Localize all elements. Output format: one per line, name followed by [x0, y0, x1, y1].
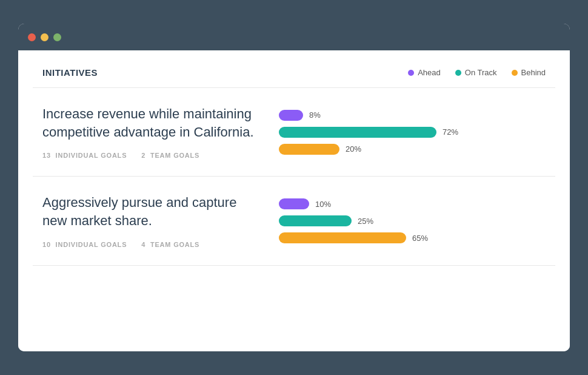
initiative-1-text: Increase revenue while maintaining compe… [42, 105, 255, 159]
bar-row-ontrack-2: 25% [279, 215, 546, 226]
ahead-dot [408, 70, 414, 76]
ontrack-dot [455, 70, 461, 76]
legend-ahead: Ahead [408, 68, 441, 77]
bar-label-behind-2: 65% [412, 234, 428, 243]
legend-ontrack: On Track [455, 68, 497, 77]
bar-label-ahead-1: 8% [309, 110, 321, 120]
maximize-button[interactable] [53, 33, 61, 41]
bar-row-ontrack-1: 72% [279, 127, 546, 138]
minimize-button[interactable] [41, 33, 48, 41]
bar-ontrack-2 [279, 215, 352, 226]
titlebar [18, 24, 570, 50]
initiative-1-description: Increase revenue while maintaining compe… [42, 105, 255, 141]
bar-ahead-1 [279, 110, 303, 121]
behind-dot [512, 70, 518, 76]
legend: Ahead On Track Behind [408, 68, 546, 77]
initiative-1-team-goals: 2 TEAM GOALS [141, 152, 199, 159]
bar-label-behind-1: 20% [346, 144, 361, 154]
bar-behind-2 [279, 232, 406, 243]
bar-row-behind-2: 65% [279, 232, 546, 243]
legend-behind: Behind [512, 68, 546, 77]
bar-row-ahead-2: 10% [279, 198, 546, 209]
initiative-row-1: Increase revenue while maintaining compe… [18, 88, 570, 176]
initiative-2-bars: 10% 25% 65% [279, 198, 546, 243]
initiative-row-2: Aggressively pursue and capture new mark… [18, 177, 570, 265]
initiative-2-meta: 10 INDIVIDUAL GOALS 4 TEAM GOALS [42, 241, 255, 248]
bar-ontrack-1 [279, 127, 436, 138]
ahead-label: Ahead [418, 68, 441, 77]
close-button[interactable] [28, 33, 36, 41]
bar-row-behind-1: 20% [279, 144, 546, 155]
bar-label-ahead-2: 10% [315, 200, 331, 209]
ontrack-label: On Track [465, 68, 497, 77]
bar-row-ahead-1: 8% [279, 110, 546, 121]
bar-behind-1 [279, 144, 339, 155]
initiative-2-description: Aggressively pursue and capture new mark… [42, 194, 255, 229]
bar-label-ontrack-2: 25% [358, 217, 373, 226]
initiative-2-team-goals: 4 TEAM GOALS [141, 241, 199, 248]
initiative-1-bars: 8% 72% 20% [279, 110, 546, 155]
behind-label: Behind [521, 68, 546, 77]
divider-bottom [33, 265, 555, 266]
main-content: INITIATIVES Ahead On Track Behind [18, 50, 570, 351]
initiative-2-individual-goals: 10 INDIVIDUAL GOALS [42, 241, 127, 248]
bar-label-ontrack-1: 72% [443, 127, 458, 137]
app-window: INITIATIVES Ahead On Track Behind [18, 24, 570, 351]
initiative-2-text: Aggressively pursue and capture new mark… [42, 194, 255, 248]
bar-ahead-2 [279, 198, 309, 209]
initiative-1-individual-goals: 13 INDIVIDUAL GOALS [42, 152, 127, 159]
initiatives-title: INITIATIVES [42, 67, 98, 78]
initiative-1-meta: 13 INDIVIDUAL GOALS 2 TEAM GOALS [42, 152, 255, 159]
page-header: INITIATIVES Ahead On Track Behind [18, 50, 570, 87]
